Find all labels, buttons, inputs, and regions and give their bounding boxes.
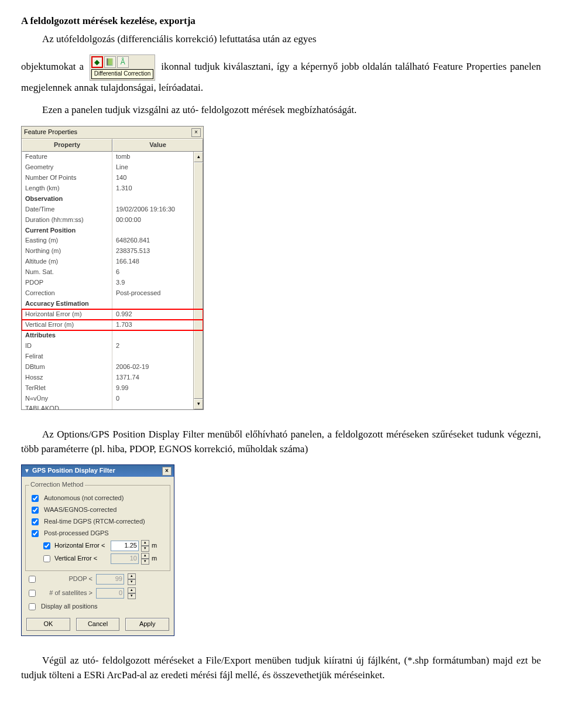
value-cell: 648260.841 xyxy=(112,235,203,246)
property-cell: Geometry xyxy=(22,162,112,173)
cb-post[interactable]: Post-processed DGPS xyxy=(29,528,166,539)
verr-unit: m xyxy=(152,554,157,563)
satellites-value: 0 xyxy=(96,588,124,599)
value-cell xyxy=(112,330,203,341)
cb-display-all-label: Display all positions xyxy=(41,602,98,611)
cb-display-all[interactable]: Display all positions xyxy=(26,601,169,612)
paragraph-3: Végül az utó- feldolgozott méréseket a F… xyxy=(21,654,541,682)
value-cell: 0 xyxy=(112,394,203,404)
ok-button[interactable]: OK xyxy=(26,618,70,631)
value-cell: Line xyxy=(112,162,203,173)
gps-filter-title: GPS Position Display Filter xyxy=(32,467,115,474)
spin-up-icon[interactable]: ▴ xyxy=(141,540,149,546)
table-row: TABLAKOD xyxy=(22,404,203,409)
pdop-label: PDOP < xyxy=(41,575,92,584)
feature-properties-header: Property Value xyxy=(22,139,203,152)
property-cell: Vertical Error (m) xyxy=(22,320,112,330)
verr-label: Vertical Error < xyxy=(54,554,108,563)
cb-pdop[interactable] xyxy=(29,576,36,583)
cancel-button[interactable]: Cancel xyxy=(76,618,120,631)
feature-properties-panel: Feature Properties × Property Value Feat… xyxy=(21,126,204,410)
cb-autonomous-input[interactable] xyxy=(32,495,39,502)
spin-down-icon: ▾ xyxy=(141,559,149,565)
cb-autonomous[interactable]: Autonomous (not corrected) xyxy=(29,493,166,504)
spin-down-icon: ▾ xyxy=(128,593,136,599)
scroll-thumb[interactable] xyxy=(194,162,203,399)
pdop-spinner: ▴▾ xyxy=(128,573,136,585)
table-row: CorrectionPost-processed xyxy=(22,288,203,299)
table-row: Date/Time19/02/2006 19:16:30 xyxy=(22,204,203,215)
feature-properties-title: Feature Properties xyxy=(24,128,77,137)
pdop-value: 99 xyxy=(96,574,124,585)
value-cell: 140 xyxy=(112,173,203,183)
property-cell: PDOP xyxy=(22,278,112,288)
diff-correction-icon[interactable]: ◆ xyxy=(91,56,103,68)
table-row: Vertical Error (m)1.703 xyxy=(22,320,203,330)
correction-method-legend: Correction Method xyxy=(29,480,85,490)
value-cell xyxy=(112,404,203,409)
value-cell: 9.99 xyxy=(112,383,203,394)
value-cell xyxy=(112,351,203,362)
cb-rtcm-input[interactable] xyxy=(32,518,39,525)
table-row: Observation xyxy=(22,194,203,204)
scroll-down-icon[interactable]: ▾ xyxy=(194,399,203,409)
feature-properties-titlebar: Feature Properties × xyxy=(22,127,203,139)
table-row: GeometryLine xyxy=(22,162,203,173)
compass-icon[interactable]: Å xyxy=(117,56,129,68)
value-cell: tomb xyxy=(112,152,203,162)
spin-down-icon[interactable]: ▾ xyxy=(141,546,149,552)
table-row: ID2 xyxy=(22,341,203,351)
value-cell: 00:00:00 xyxy=(112,215,203,225)
table-row: Hossz1371.74 xyxy=(22,372,203,383)
value-cell xyxy=(112,225,203,236)
gps-filter-titlebar: ▼GPS Position Display Filter × xyxy=(22,465,174,477)
value-cell xyxy=(112,299,203,309)
table-row: Featuretomb xyxy=(22,152,203,162)
cb-waas[interactable]: WAAS/EGNOS-corrected xyxy=(29,505,166,515)
scroll-up-icon[interactable]: ▴ xyxy=(194,152,203,162)
horizontal-error-row: Horizontal Error < 1.25 ▴▾ m xyxy=(41,540,166,552)
table-row: Altitude (m)166.148 xyxy=(22,257,203,267)
property-cell: Altitude (m) xyxy=(22,257,112,267)
paragraph-2: Az Options/GPS Position Display Filter m… xyxy=(21,428,541,456)
section-heading: A feldolgozott mérések kezelése, exportj… xyxy=(21,14,541,29)
table-row: TerRlet9.99 xyxy=(22,383,203,394)
table-row: Horizontal Error (m)0.992 xyxy=(22,309,203,320)
cb-verr[interactable] xyxy=(43,555,50,562)
property-cell: Number Of Points xyxy=(22,173,112,183)
cb-waas-label: WAAS/EGNOS-corrected xyxy=(44,505,116,515)
satellites-row: # of satellites > 0 ▴▾ xyxy=(26,587,169,599)
cb-display-all-input[interactable] xyxy=(29,603,36,610)
close-icon[interactable]: × xyxy=(162,467,172,476)
property-cell: TABLAKOD xyxy=(22,404,112,409)
cb-rtcm[interactable]: Real-time DGPS (RTCM-corrected) xyxy=(29,517,166,527)
apply-button[interactable]: Apply xyxy=(125,618,169,631)
property-cell: Current Position xyxy=(22,225,112,236)
cb-rtcm-label: Real-time DGPS (RTCM-corrected) xyxy=(44,517,145,527)
value-cell: 19/02/2006 19:16:30 xyxy=(112,204,203,215)
value-cell: 1.310 xyxy=(112,183,203,194)
herr-spinner[interactable]: ▴▾ xyxy=(141,540,149,552)
verr-value: 10 xyxy=(111,553,139,564)
property-cell: Attributes xyxy=(22,330,112,341)
table-row: Number Of Points140 xyxy=(22,173,203,183)
cb-satellites[interactable] xyxy=(29,590,36,597)
cb-post-input[interactable] xyxy=(32,530,39,537)
cb-waas-input[interactable] xyxy=(32,507,39,514)
property-cell: Length (km) xyxy=(22,183,112,194)
satellites-label: # of satellites > xyxy=(41,589,92,598)
spin-down-icon: ▾ xyxy=(128,579,136,585)
table-row: Current Position xyxy=(22,225,203,236)
scrollbar[interactable]: ▴ ▾ xyxy=(193,152,203,409)
cb-herr[interactable] xyxy=(43,542,50,549)
value-cell: 0.992 xyxy=(112,309,203,320)
sat-spinner: ▴▾ xyxy=(128,587,136,599)
close-icon[interactable]: × xyxy=(191,128,201,137)
table-row: Length (km)1.310 xyxy=(22,183,203,194)
dialog-buttons: OK Cancel Apply xyxy=(22,614,174,635)
paragraph-1b-pre: objektumokat a xyxy=(21,61,87,72)
vertical-error-row: Vertical Error < 10 ▴▾ m xyxy=(41,553,166,565)
book-icon[interactable]: 📗 xyxy=(104,56,116,68)
herr-value[interactable]: 1.25 xyxy=(111,541,139,551)
cb-post-label: Post-processed DGPS xyxy=(44,529,109,538)
